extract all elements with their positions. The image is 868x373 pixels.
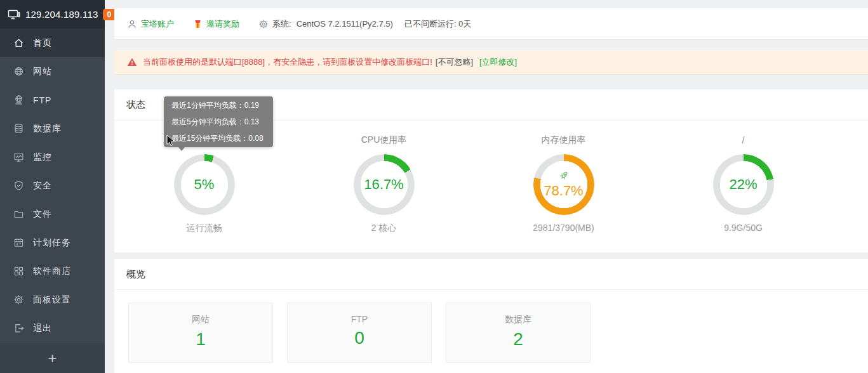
sidebar-item-security[interactable]: 安全 <box>0 171 105 200</box>
overview-panel: 概览 网站 1 FTP 0 数据库 2 <box>114 259 868 373</box>
card-ftp-label: FTP <box>288 314 431 324</box>
rocket-icon <box>555 167 572 185</box>
sidebar-item-home[interactable]: 首页 <box>0 29 105 57</box>
sidebar-item-ftp[interactable]: FTP <box>0 86 105 114</box>
load-value: 5% <box>194 176 215 193</box>
memory-value: 78.7% <box>544 183 583 199</box>
overview-cards: 网站 1 FTP 0 数据库 2 <box>128 303 604 363</box>
warning-ignore-label: [不可忽略] <box>436 56 473 68</box>
monitor-icon <box>8 8 20 21</box>
topbar: 宝塔账户 邀请奖励 系统: CentOS 7.2.1511(Py2.7.5) 已… <box>114 8 868 40</box>
system-info: 系统: CentOS 7.2.1511(Py2.7.5) 已不间断运行: 0天 <box>258 18 471 30</box>
gauge-disk-title: / <box>653 134 833 147</box>
card-website-value: 1 <box>129 329 272 350</box>
mouse-cursor-icon <box>166 134 177 149</box>
database-icon <box>13 123 24 134</box>
gauge-disk: / 22% 9.9G/50G <box>653 134 833 234</box>
sidebar-item-logout[interactable]: 退出 <box>0 314 105 343</box>
card-ftp: FTP 0 <box>287 303 432 363</box>
server-ip-header: 129.204.189.113 0 <box>0 0 105 29</box>
warning-icon <box>127 57 137 67</box>
warning-fix-link[interactable]: [立即修改] <box>479 56 517 68</box>
load-label: 运行流畅 <box>114 223 294 234</box>
warning-message: 当前面板使用的是默认端口[8888]，有安全隐患，请到面板设置中修改面板端口! <box>143 56 432 68</box>
sidebar-add-button[interactable]: + <box>0 343 105 373</box>
monitor-chart-icon <box>13 152 24 162</box>
calendar-icon <box>13 237 24 248</box>
system-label: 系统: <box>272 18 291 30</box>
tooltip-line-5min: 最近5分钟平均负载：0.13 <box>171 114 265 130</box>
sidebar-item-monitor[interactable]: 监控 <box>0 143 105 171</box>
cpu-label: 2 核心 <box>294 223 474 234</box>
memory-label: 2981/3790(MB) <box>474 223 653 233</box>
gauge-cpu-title: CPU使用率 <box>294 134 474 147</box>
sidebar-item-website[interactable]: 网站 <box>0 57 105 86</box>
tooltip-line-15min: 最近15分钟平均负载：0.08 <box>171 130 265 147</box>
baota-dashboard: 129.204.189.113 0 首页 网站 <box>0 0 868 373</box>
card-website-label: 网站 <box>129 314 272 325</box>
baota-account-link[interactable]: 宝塔账户 <box>127 18 174 30</box>
ftp-icon <box>13 95 24 105</box>
gauge-memory-title: 内存使用率 <box>474 134 653 147</box>
load-tooltip: 最近1分钟平均负载：0.19 最近5分钟平均负载：0.13 最近15分钟平均负载… <box>164 96 273 147</box>
shield-icon <box>13 180 24 191</box>
card-website: 网站 1 <box>128 303 273 363</box>
gauge-load: 负载状态 ? 5% 运行流畅 <box>114 134 294 234</box>
uptime-label: 已不间断运行: 0天 <box>404 18 471 30</box>
gauge-cpu: CPU使用率 16.7% 2 核心 <box>294 134 474 234</box>
sidebar-menu: 首页 网站 FTP <box>0 29 105 343</box>
gauges-row: 负载状态 ? 5% 运行流畅 CPU使用率 16 <box>114 134 833 234</box>
sidebar: 129.204.189.113 0 首页 网站 <box>0 0 105 373</box>
person-icon <box>127 19 137 29</box>
grid-icon <box>13 266 24 277</box>
home-icon <box>13 37 24 48</box>
overview-panel-title: 概览 <box>114 259 868 290</box>
sidebar-item-settings[interactable]: 面板设置 <box>0 285 105 314</box>
globe-icon <box>13 66 24 77</box>
card-database-label: 数据库 <box>446 314 590 325</box>
system-value: CentOS 7.2.1511(Py2.7.5) <box>297 19 393 29</box>
cpu-value: 16.7% <box>364 176 403 193</box>
sidebar-item-cron[interactable]: 计划任务 <box>0 228 105 257</box>
invite-reward-link[interactable]: 邀请奖励 <box>193 18 239 30</box>
disk-value: 22% <box>729 176 757 193</box>
tooltip-line-1min: 最近1分钟平均负载：0.19 <box>171 97 265 114</box>
gauge-memory: 内存使用率 78.7% 2981/3790(MB) <box>474 134 653 234</box>
server-ip: 129.204.189.113 <box>25 9 98 20</box>
system-gear-icon <box>258 19 269 29</box>
gift-icon <box>193 19 203 29</box>
disk-label: 9.9G/50G <box>653 223 833 233</box>
gear-icon <box>13 294 24 305</box>
logout-icon <box>13 323 24 334</box>
sidebar-item-files[interactable]: 文件 <box>0 200 105 228</box>
sidebar-item-database[interactable]: 数据库 <box>0 114 105 143</box>
card-database-value: 2 <box>446 329 590 350</box>
plus-icon: + <box>48 350 57 367</box>
folder-icon <box>13 209 24 219</box>
port-warning-banner: 当前面板使用的是默认端口[8888]，有安全隐患，请到面板设置中修改面板端口! … <box>114 50 868 75</box>
card-database: 数据库 2 <box>446 303 591 363</box>
sidebar-item-appstore[interactable]: 软件商店 <box>0 257 105 285</box>
card-ftp-value: 0 <box>288 328 431 348</box>
